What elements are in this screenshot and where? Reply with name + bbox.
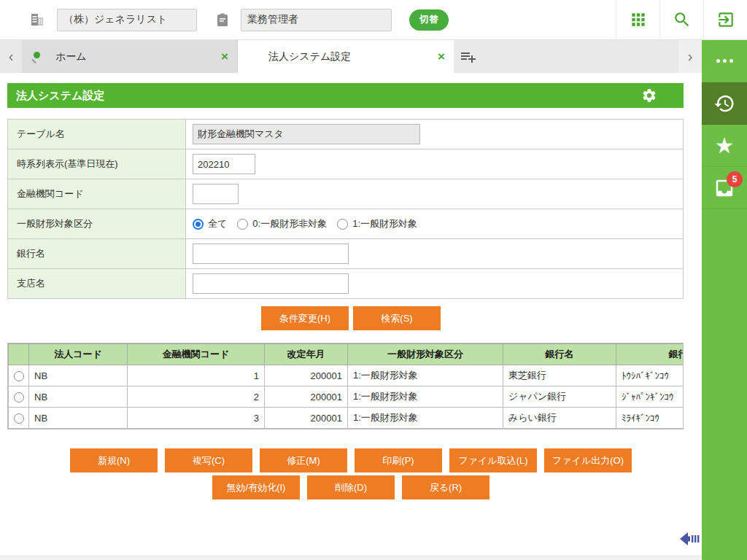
logout-icon (716, 10, 735, 29)
notification-badge: 5 (727, 171, 743, 187)
results-header-row: 法人コード 金融機関コード 改定年月 一般財形対象区分 銀行名 銀行名カ (9, 344, 684, 365)
delete-button[interactable]: 削除(D) (307, 475, 395, 499)
bank-code-field[interactable] (193, 184, 239, 204)
role-input[interactable] (241, 9, 392, 31)
sidebar-inbox-button[interactable]: 5 (702, 167, 747, 209)
main-content: 法人システム設定 テーブル名 時系列表示(基準日現在) 金融機関コード (0, 73, 702, 560)
table-name-field[interactable] (193, 124, 420, 144)
back-button[interactable]: 戻る(R) (402, 475, 489, 499)
search-exec-button[interactable]: 検索(S) (353, 306, 441, 330)
cell-bank-name: ジャパン銀行 (503, 386, 616, 408)
branch-name-field[interactable] (193, 273, 349, 294)
collapse-left-arrow-icon[interactable] (678, 531, 700, 547)
form-row-time-series: 時系列表示(基準日現在) (8, 149, 683, 179)
cell-zaikei: 1:一般財形対象 (348, 365, 503, 386)
cell-bank-kana: ﾄｳｼﾊﾞｷﾞﾝｺｳ (616, 365, 684, 386)
apps-grid-icon (629, 10, 648, 29)
gear-icon (641, 88, 657, 104)
star-icon: ★ (715, 135, 735, 157)
row-select-radio[interactable] (14, 392, 24, 402)
tabs-next-button[interactable]: › (678, 40, 702, 73)
print-button[interactable]: 印刷(P) (355, 448, 442, 472)
row-select-radio[interactable] (14, 413, 24, 424)
bank-name-field[interactable] (193, 244, 349, 264)
topbar-icon-group (616, 0, 747, 40)
col-header-bank-name: 銀行名 (503, 344, 616, 365)
table-row[interactable]: NB 2 200001 1:一般財形対象 ジャパン銀行 ｼﾞｬﾊﾟﾝｷﾞﾝｺｳ (9, 386, 684, 408)
page-title: 法人システム設定 (16, 89, 104, 103)
cell-bank-code: 2 (128, 386, 265, 408)
bank-name-label: 銀行名 (8, 239, 186, 268)
search-condition-form: テーブル名 時系列表示(基準日現在) 金融機関コード 一般財形対象区分 全て (7, 119, 684, 299)
sidebar-favorites-button[interactable]: ★ (702, 125, 747, 167)
page-header: 法人システム設定 (7, 83, 684, 108)
results-table: 法人コード 金融機関コード 改定年月 一般財形対象区分 銀行名 銀行名カ NB … (8, 343, 684, 429)
cell-revision: 200001 (265, 408, 348, 429)
switch-button[interactable]: 切替 (409, 9, 449, 31)
row-select-radio[interactable] (14, 371, 24, 381)
col-header-revision: 改定年月 (265, 344, 348, 365)
radio-not-target[interactable] (237, 219, 248, 230)
cell-bank-name: 東芝銀行 (503, 365, 616, 386)
tab-home[interactable]: ホーム × (22, 40, 238, 73)
search-button[interactable] (659, 0, 703, 40)
topbar: 切替 (0, 0, 747, 40)
logout-button[interactable] (703, 0, 747, 40)
tab-home-label: ホーム (41, 50, 221, 63)
tabbar: ‹ ホーム × 法人システム設定 × › (0, 40, 702, 73)
copy-button[interactable]: 複写(C) (165, 448, 252, 472)
table-name-label: テーブル名 (8, 120, 186, 149)
col-header-bank-kana: 銀行名カ (616, 344, 684, 365)
settings-gear-button[interactable] (641, 88, 657, 104)
tabs-prev-button[interactable]: ‹ (0, 40, 22, 73)
file-import-button[interactable]: ファイル取込(L) (449, 448, 537, 472)
topbar-context-group: 切替 (0, 9, 449, 31)
zaikei-kubun-label: 一般財形対象区分 (8, 209, 186, 238)
cell-corp-code: NB (29, 408, 128, 429)
results-table-wrap: 法人コード 金融機関コード 改定年月 一般財形対象区分 銀行名 銀行名カ NB … (7, 343, 684, 429)
horizontal-scrollbar[interactable] (0, 556, 702, 560)
table-row[interactable]: NB 3 200001 1:一般財形対象 みらい銀行 ﾐﾗｲｷﾞﾝｺｳ (9, 408, 684, 429)
cell-corp-code: NB (29, 365, 128, 386)
tab-active-close-icon[interactable]: × (438, 50, 445, 63)
form-row-bank-name: 銀行名 (8, 239, 683, 269)
tab-home-close-icon[interactable]: × (221, 50, 228, 63)
cell-bank-code: 3 (128, 408, 265, 429)
cell-zaikei: 1:一般財形対象 (348, 386, 503, 408)
cell-bank-code: 1 (128, 365, 265, 386)
table-row[interactable]: NB 1 200001 1:一般財形対象 東芝銀行 ﾄｳｼﾊﾞｷﾞﾝｺｳ (9, 365, 684, 386)
col-header-corp-code: 法人コード (29, 344, 128, 365)
modify-button[interactable]: 修正(M) (260, 448, 347, 472)
cell-revision: 200001 (265, 365, 348, 386)
form-row-zaikei-kubun: 一般財形対象区分 全て 0:一般財形非対象 1:一般財形対象 (8, 209, 683, 239)
cell-revision: 200001 (265, 386, 348, 408)
right-sidebar: ★ 5 (702, 40, 747, 560)
company-input[interactable] (57, 9, 197, 31)
tab-corporate-system-settings[interactable]: 法人システム設定 × (238, 40, 454, 73)
new-button[interactable]: 新規(N) (70, 448, 158, 472)
add-tab-icon (460, 48, 477, 66)
form-row-bank-code: 金融機関コード (8, 179, 683, 209)
branch-name-label: 支店名 (8, 269, 186, 298)
radio-target[interactable] (337, 219, 348, 230)
add-tab-button[interactable] (454, 40, 483, 73)
apps-grid-button[interactable] (616, 0, 659, 40)
cell-zaikei: 1:一般財形対象 (348, 408, 503, 429)
file-export-button[interactable]: ファイル出力(O) (544, 448, 632, 472)
sidebar-history-button[interactable] (702, 82, 747, 125)
history-icon (713, 93, 735, 114)
zaikei-radio-group: 全て 0:一般財形非対象 1:一般財形対象 (193, 217, 423, 230)
change-condition-button[interactable]: 条件変更(H) (261, 306, 349, 330)
col-header-bank-code: 金融機関コード (128, 344, 265, 365)
radio-not-target-label: 0:一般財形非対象 (252, 217, 327, 230)
role-clipboard-icon (216, 12, 229, 27)
radio-all[interactable] (193, 219, 204, 230)
action-buttons-row1: 新規(N) 複写(C) 修正(M) 印刷(P) ファイル取込(L) ファイル出力… (0, 448, 702, 472)
sidebar-more-button[interactable] (702, 40, 747, 82)
radio-all-label: 全て (208, 217, 227, 230)
search-icon (673, 10, 692, 29)
bank-code-label: 金融機関コード (8, 179, 186, 209)
time-series-field[interactable] (193, 154, 255, 174)
toggle-valid-button[interactable]: 無効/有効化(I) (212, 475, 300, 499)
cell-bank-kana: ﾐﾗｲｷﾞﾝｺｳ (616, 408, 684, 429)
